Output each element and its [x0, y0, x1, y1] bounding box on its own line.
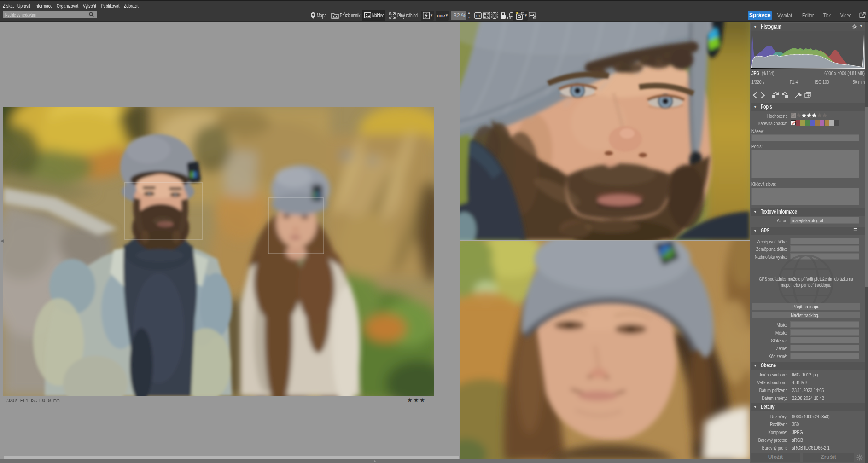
svg-text:1:1: 1:1	[476, 14, 480, 18]
